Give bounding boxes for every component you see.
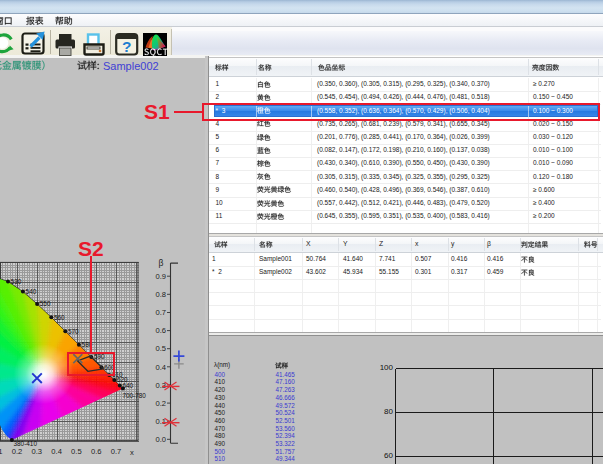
svg-text:0.1: 0.1 [0, 447, 2, 456]
svg-text:530: 530 [11, 278, 22, 285]
svg-text:0.6: 0.6 [155, 326, 166, 335]
svg-text:380-410: 380-410 [14, 440, 38, 447]
svg-text:700-780: 700-780 [122, 392, 146, 399]
svg-text:550: 550 [40, 300, 51, 307]
svg-text:540: 540 [26, 288, 37, 295]
svg-text:?: ? [122, 38, 131, 55]
svg-text:0.5: 0.5 [71, 447, 82, 456]
svg-text:0.7: 0.7 [155, 308, 166, 317]
svg-text:0.0: 0.0 [155, 435, 166, 444]
svg-text:0.4: 0.4 [51, 447, 62, 456]
svg-text:0.2: 0.2 [12, 447, 23, 456]
svg-text:0.5: 0.5 [155, 344, 166, 353]
svg-text:0.6: 0.6 [91, 447, 102, 456]
svg-text:0.8: 0.8 [155, 290, 166, 299]
svg-text:β: β [159, 258, 164, 268]
svg-text:0.3: 0.3 [32, 447, 43, 456]
svg-text:0.4: 0.4 [155, 363, 166, 372]
svg-text:560: 560 [54, 314, 65, 321]
svg-text:0.2: 0.2 [155, 399, 166, 408]
svg-text:x: x [130, 448, 134, 457]
svg-text:0.3: 0.3 [155, 381, 166, 390]
svg-text:570: 570 [68, 328, 79, 335]
svg-text:0.7: 0.7 [111, 447, 122, 456]
svg-text:0.9: 0.9 [155, 272, 166, 281]
svg-text:640: 640 [123, 382, 134, 389]
svg-text:0.1: 0.1 [155, 417, 166, 426]
